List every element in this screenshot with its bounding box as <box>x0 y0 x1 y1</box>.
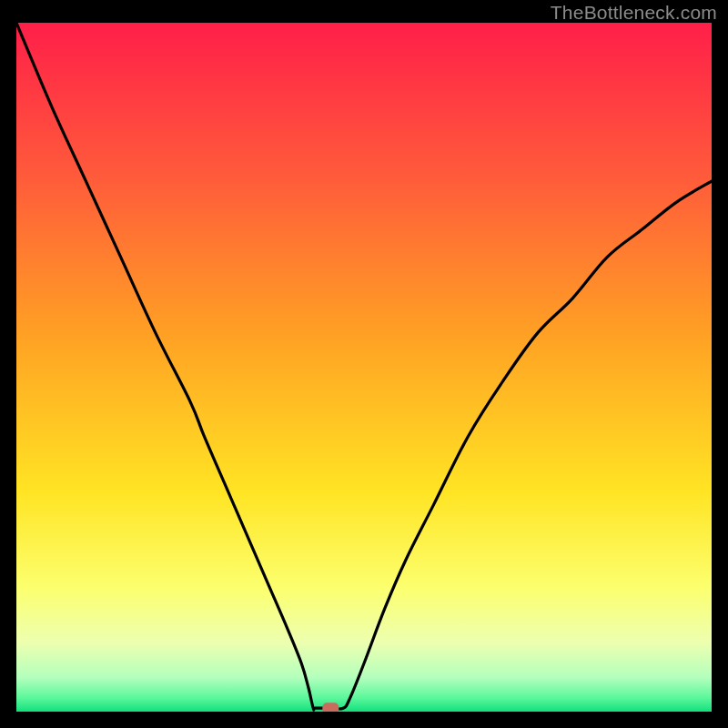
bottleneck-chart <box>16 23 712 712</box>
watermark-text: TheBottleneck.com <box>551 2 717 24</box>
gradient-background <box>16 23 712 712</box>
chart-frame <box>16 23 712 712</box>
optimal-marker <box>322 703 339 712</box>
